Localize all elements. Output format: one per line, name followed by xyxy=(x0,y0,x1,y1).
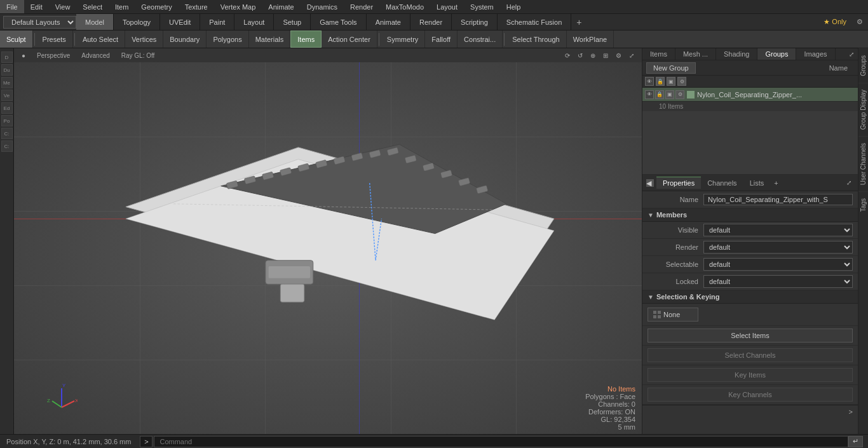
layout-tab-paint[interactable]: Paint xyxy=(200,14,234,30)
menu-vertexmap[interactable]: Vertex Map xyxy=(214,0,262,13)
lock-icon[interactable]: 🔒 xyxy=(656,77,665,86)
visibility-icon[interactable]: 👁 xyxy=(645,77,654,86)
menu-edit[interactable]: Edit xyxy=(24,0,49,13)
selection-section-header[interactable]: ▼ Selection & Keying xyxy=(642,290,858,304)
visible-select[interactable]: default xyxy=(703,224,853,236)
layout-add-button[interactable]: + xyxy=(571,17,587,27)
vertices-button[interactable]: Vertices xyxy=(125,31,163,48)
sculpt-button[interactable]: Sculpt xyxy=(0,31,33,48)
layout-tab-animate[interactable]: Animate xyxy=(367,14,410,30)
constrain-button[interactable]: Constrai... xyxy=(458,31,503,48)
settings-icon[interactable]: ⚙ xyxy=(677,77,686,86)
members-section-header[interactable]: ▼ Members xyxy=(642,208,858,222)
prop-collapse-icon[interactable]: ◀ xyxy=(646,179,654,187)
menu-item[interactable]: Item xyxy=(109,0,135,13)
strip-btn-5[interactable]: Ed xyxy=(1,102,13,114)
menu-geometry[interactable]: Geometry xyxy=(135,0,178,13)
layout-settings-icon[interactable]: ⚙ xyxy=(851,18,868,26)
prop-expand-icon[interactable]: ⤢ xyxy=(844,179,854,186)
polygons-button[interactable]: Polygons xyxy=(207,31,248,48)
prop-tab-properties[interactable]: Properties xyxy=(656,177,701,189)
group-row[interactable]: 👁 🔒 ▣ ⚙ Nylon_Coil_Separating_Zipper_... xyxy=(642,88,858,102)
group-lock-icon[interactable]: 🔒 xyxy=(655,90,664,99)
group-render-icon[interactable]: ▣ xyxy=(665,90,674,99)
strip-btn-7[interactable]: C: xyxy=(1,128,13,139)
none-button[interactable]: None xyxy=(648,308,698,322)
prop-tab-lists[interactable]: Lists xyxy=(743,177,771,189)
layout-tab-uvedit[interactable]: UVEdit xyxy=(160,14,200,30)
workplane-button[interactable]: WorkPlane xyxy=(567,31,614,48)
layout-tab-schematicfusion[interactable]: Schematic Fusion xyxy=(498,14,571,30)
viewport-undo-icon[interactable]: ↺ xyxy=(575,51,585,60)
vtab-groups[interactable]: Groups xyxy=(858,48,868,83)
falloff-button[interactable]: Falloff xyxy=(425,31,458,48)
selectable-select[interactable]: default xyxy=(703,258,853,271)
viewport-canvas[interactable]: No Items Polygons : Face Channels: 0 Def… xyxy=(14,62,642,434)
menu-system[interactable]: System xyxy=(464,0,500,13)
panel-tab-shading[interactable]: Shading xyxy=(716,48,757,60)
prop-name-value[interactable]: Nylon_Coil_Separating_Zipper_with_S xyxy=(703,194,853,205)
menu-select[interactable]: Select xyxy=(76,0,109,13)
key-items-button[interactable]: Key Items xyxy=(648,368,853,382)
vtab-tags[interactable]: Tags xyxy=(858,191,868,218)
menu-texture[interactable]: Texture xyxy=(179,0,214,13)
vtab-user-channels[interactable]: User Channels xyxy=(858,136,868,191)
items-button[interactable]: Items xyxy=(290,31,322,48)
command-input[interactable] xyxy=(154,436,848,447)
menu-layout[interactable]: Layout xyxy=(430,0,464,13)
layout-tab-gametools[interactable]: Game Tools xyxy=(311,14,367,30)
key-channels-button[interactable]: Key Channels xyxy=(648,388,853,402)
layout-tab-render[interactable]: Render xyxy=(410,14,452,30)
viewport-mode-label[interactable]: Perspective xyxy=(34,51,72,60)
auto-select-button[interactable]: Auto Select xyxy=(76,31,125,48)
strip-btn-2[interactable]: Du xyxy=(1,64,13,76)
menu-view[interactable]: View xyxy=(49,0,77,13)
prop-add-icon[interactable]: + xyxy=(770,179,782,187)
layout-tab-setup[interactable]: Setup xyxy=(274,14,311,30)
layout-dropdown[interactable]: Default Layouts xyxy=(3,16,76,29)
viewport-settings-icon[interactable]: ⚙ xyxy=(613,51,624,60)
menu-animate[interactable]: Animate xyxy=(262,0,300,13)
panel-tab-images[interactable]: Images xyxy=(796,48,835,60)
boundary-button[interactable]: Boundary xyxy=(163,31,207,48)
viewport-fit-icon[interactable]: ⊞ xyxy=(600,51,611,60)
menu-maxtomodo[interactable]: MaxToModo xyxy=(379,0,430,13)
command-prompt-icon[interactable]: > xyxy=(140,436,153,447)
prop-tab-channels[interactable]: Channels xyxy=(701,177,743,189)
render-select[interactable]: default xyxy=(703,241,853,254)
group-settings-icon[interactable]: ⚙ xyxy=(675,90,684,99)
locked-select[interactable]: default xyxy=(703,275,853,288)
render-icon[interactable]: ▣ xyxy=(667,77,675,86)
strip-btn-8[interactable]: C: xyxy=(1,140,13,152)
viewport-rotate-icon[interactable]: ⟳ xyxy=(562,51,573,60)
strip-btn-4[interactable]: Ve xyxy=(1,90,13,101)
select-items-button[interactable]: Select Items xyxy=(648,329,853,343)
layout-tab-layout[interactable]: Layout xyxy=(234,14,274,30)
viewport-zoom-icon[interactable]: ⊕ xyxy=(588,51,598,60)
panel-tab-mesh[interactable]: Mesh ... xyxy=(675,48,716,60)
panel-right-arrow[interactable]: > xyxy=(849,408,853,416)
strip-btn-1[interactable]: D xyxy=(1,51,13,63)
viewport[interactable]: ● Perspective Advanced Ray GL: Off ⟳ ↺ ⊕… xyxy=(14,48,642,434)
new-group-button[interactable]: New Group xyxy=(646,62,696,74)
viewport-mode-icon[interactable]: ● xyxy=(19,51,28,60)
panel-expand-icon[interactable]: ⤢ xyxy=(845,50,858,59)
vtab-group-display[interactable]: Group Display xyxy=(858,83,868,136)
layout-tab-model[interactable]: Model xyxy=(76,14,114,30)
viewport-expand-icon[interactable]: ⤢ xyxy=(627,51,637,60)
strip-btn-3[interactable]: Me xyxy=(1,77,13,88)
layout-tab-topology[interactable]: Topology xyxy=(114,14,160,30)
menu-help[interactable]: Help xyxy=(500,0,527,13)
command-go-button[interactable]: ↵ xyxy=(848,436,863,447)
presets-button[interactable]: Presets xyxy=(36,31,73,48)
select-channels-button[interactable]: Select Channels xyxy=(648,348,853,362)
panel-tab-groups[interactable]: Groups xyxy=(757,48,796,60)
symmetry-button[interactable]: Symmetry xyxy=(381,31,426,48)
select-through-button[interactable]: Select Through xyxy=(506,31,566,48)
viewport-level-label[interactable]: Advanced xyxy=(79,51,112,60)
action-center-button[interactable]: Action Center xyxy=(322,31,377,48)
materials-button[interactable]: Materials xyxy=(249,31,291,48)
menu-dynamics[interactable]: Dynamics xyxy=(301,0,344,13)
group-visibility-icon[interactable]: 👁 xyxy=(645,90,654,99)
panel-tab-items[interactable]: Items xyxy=(642,48,675,60)
